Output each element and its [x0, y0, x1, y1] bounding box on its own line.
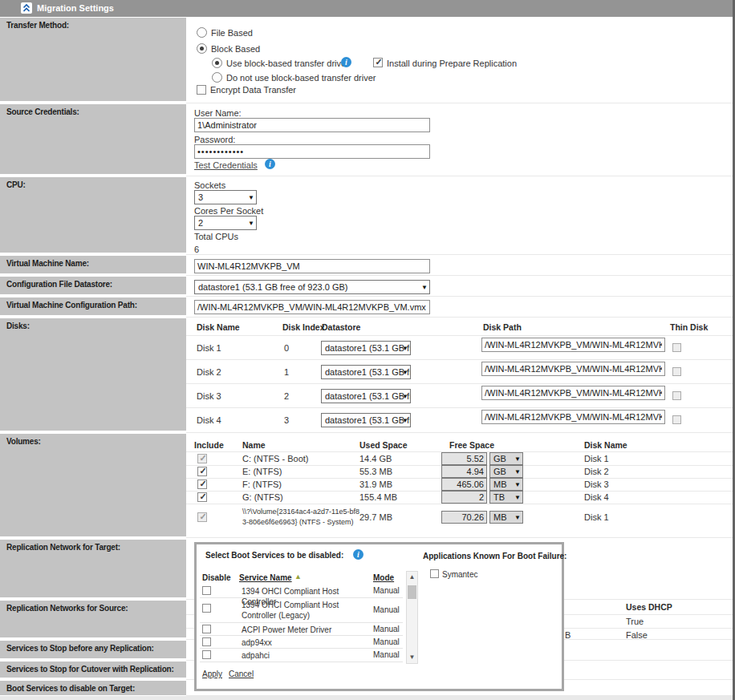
file-based-radio[interactable]: [197, 27, 207, 38]
free-space-input[interactable]: [441, 511, 487, 524]
chevron-down-icon: ▼: [402, 369, 408, 376]
volume-name: F: (NTFS): [242, 479, 282, 489]
label-replication-networks-source: Replication Networks for Source:: [0, 601, 186, 637]
row-separator: [186, 254, 733, 255]
no-block-driver-radio[interactable]: [212, 72, 222, 83]
test-credentials-link[interactable]: Test Credentials: [194, 160, 258, 170]
sockets-select[interactable]: 3 ▼: [194, 190, 257, 204]
sort-ascending-icon: ▲: [294, 573, 302, 581]
scrollbar-thumb[interactable]: [408, 585, 416, 599]
include-volume-checkbox[interactable]: [197, 467, 207, 476]
free-space-input[interactable]: [441, 491, 487, 504]
row-separator: [186, 296, 733, 297]
thin-disk-checkbox[interactable]: [672, 367, 681, 376]
disable-service-checkbox[interactable]: [202, 586, 211, 595]
service-mode: Manual: [373, 650, 400, 659]
chevron-down-icon: ▼: [248, 220, 254, 227]
volume-used-space: 29.7 MB: [359, 512, 392, 522]
disk-datastore-select[interactable]: datastore1 (53.1 GB free of 923.0 GB) ▼: [321, 389, 411, 403]
mode-column-header[interactable]: Mode: [373, 573, 394, 582]
vm-name-input[interactable]: [194, 259, 430, 273]
use-block-driver-radio[interactable]: [212, 58, 222, 68]
disk-datastore-select[interactable]: datastore1 (53.1 GB free of 923.0 GB) ▼: [321, 341, 411, 355]
disks-header-thin: Thin Disk: [670, 322, 708, 332]
volume-used-space: 155.4 MB: [359, 492, 397, 502]
row-separator: [186, 317, 733, 318]
chevron-down-icon: ▼: [402, 345, 408, 352]
disable-service-checkbox[interactable]: [202, 637, 211, 646]
free-space-input[interactable]: [441, 452, 487, 465]
services-scrollbar[interactable]: ▲ ▼: [406, 571, 418, 664]
include-volume-checkbox[interactable]: [197, 512, 207, 522]
disk-path-input[interactable]: [481, 386, 665, 400]
chevron-down-icon: ▼: [514, 514, 521, 521]
info-icon[interactable]: i: [265, 159, 275, 169]
free-space-unit-select[interactable]: TB ▼: [489, 491, 523, 504]
disk-datastore-select[interactable]: datastore1 (53.1 GB free of 923.0 GB) ▼: [321, 413, 411, 427]
disable-service-checkbox[interactable]: [202, 650, 211, 659]
boot-services-popup: Select Boot Services to be disabled: i A…: [194, 542, 564, 691]
disk-path-input[interactable]: [481, 410, 665, 424]
symantec-checkbox[interactable]: [430, 569, 439, 578]
thin-disk-checkbox[interactable]: [672, 391, 681, 400]
info-icon[interactable]: i: [341, 57, 351, 67]
label-replication-network-target: Replication Network for Target:: [0, 540, 186, 597]
encrypt-checkbox[interactable]: [197, 85, 206, 95]
volume-name: E: (NTFS): [242, 467, 282, 476]
chevron-down-icon: ▼: [514, 481, 521, 488]
label-vm-name: Virtual Machine Name:: [0, 256, 186, 273]
disk-name: Disk 2: [197, 367, 221, 377]
chevron-down-icon: ▼: [514, 455, 521, 463]
include-volume-checkbox[interactable]: [197, 492, 207, 502]
free-space-unit-select[interactable]: GB ▼: [489, 465, 523, 478]
volume-name: \\?\Volume{23164ac4-a2d7-11e5-bf83-806e6…: [242, 507, 359, 528]
scroll-down-icon[interactable]: ▼: [407, 652, 417, 663]
volumes-header-name: Name: [242, 440, 266, 450]
apply-link[interactable]: Apply: [202, 670, 222, 678]
cores-select[interactable]: 2 ▼: [194, 216, 257, 230]
encrypt-label: Encrypt Data Transfer: [210, 85, 296, 95]
label-services-stop-cutover: Services to Stop for Cutover with Replic…: [0, 662, 186, 678]
disks-header-datastore: Datastore: [322, 322, 360, 332]
disable-column-header: Disable: [202, 573, 231, 582]
disks-header-path: Disk Path: [483, 322, 522, 332]
volume-disk-name: Disk 2: [584, 467, 609, 476]
cancel-link[interactable]: Cancel: [229, 670, 254, 678]
thin-disk-checkbox[interactable]: [672, 415, 681, 424]
free-space-unit-select[interactable]: MB ▼: [489, 478, 523, 491]
include-volume-checkbox[interactable]: [197, 454, 207, 463]
free-space-unit-select[interactable]: GB ▼: [489, 452, 523, 465]
free-space-input[interactable]: [441, 465, 487, 478]
config-datastore-select[interactable]: datastore1 (53.1 GB free of 923.0 GB) ▼: [194, 280, 430, 294]
scroll-up-icon[interactable]: ▲: [407, 572, 417, 583]
password-input[interactable]: [194, 144, 430, 159]
include-volume-checkbox[interactable]: [197, 479, 207, 489]
row-separator: [186, 695, 733, 696]
uses-dhcp-value: True: [626, 617, 644, 626]
list-separator: [200, 635, 403, 636]
config-path-input[interactable]: [194, 300, 430, 314]
migration-settings-panel: Migration Settings Transfer Method: Sour…: [0, 0, 735, 700]
block-based-label: Block Based: [211, 44, 260, 54]
cores-label: Cores Per Socket: [194, 206, 263, 216]
disable-service-checkbox[interactable]: [202, 604, 211, 613]
thin-disk-checkbox[interactable]: [672, 343, 681, 352]
info-icon[interactable]: i: [353, 549, 363, 560]
disk-datastore-select[interactable]: datastore1 (53.1 GB free of 923.0 GB) ▼: [321, 365, 411, 379]
disable-service-checkbox[interactable]: [202, 625, 211, 633]
sockets-value: 3: [195, 191, 256, 202]
label-volumes: Volumes:: [0, 434, 186, 536]
disk-path-input[interactable]: [481, 338, 665, 352]
row-separator: [186, 407, 733, 408]
free-space-unit-select[interactable]: MB ▼: [489, 511, 523, 524]
row-separator: [186, 359, 733, 360]
service-name: 1394 OHCI Compliant Host Controller (Leg…: [242, 600, 368, 621]
collapse-icon[interactable]: [21, 2, 32, 14]
block-based-radio[interactable]: [197, 43, 207, 54]
service-name-column-header[interactable]: Service Name: [239, 573, 292, 582]
username-input[interactable]: [194, 118, 430, 132]
disk-path-input[interactable]: [481, 362, 665, 376]
install-prepare-checkbox[interactable]: [373, 58, 383, 67]
free-space-input[interactable]: [441, 478, 487, 491]
apps-boot-failure-title: Applications Known For Boot Failure:: [423, 552, 566, 560]
